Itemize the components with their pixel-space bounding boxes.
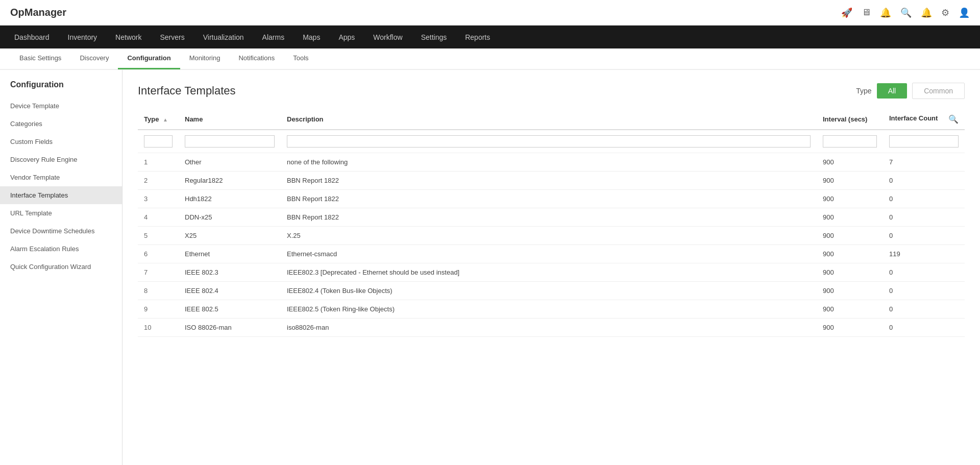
nav-apps[interactable]: Apps — [329, 26, 364, 48]
user-avatar-icon[interactable]: 👤 — [959, 7, 970, 18]
sidebar: Configuration Device Template Categories… — [0, 70, 122, 465]
top-icons: 🚀 🖥 🔔 🔍 🔔 ⚙ 👤 — [841, 7, 970, 18]
sidebar-title: Configuration — [0, 70, 122, 97]
sidebar-item-discovery-rule-engine[interactable]: Discovery Rule Engine — [0, 151, 122, 168]
cell-count: 0 — [883, 190, 965, 208]
filter-count-input[interactable] — [889, 135, 959, 148]
cell-name: Hdh1822 — [179, 190, 281, 208]
table-row[interactable]: 3 Hdh1822 BBN Report 1822 900 0 — [138, 190, 965, 208]
filter-count-cell — [883, 130, 965, 153]
cell-name: IEEE 802.5 — [179, 300, 281, 319]
table-row[interactable]: 7 IEEE 802.3 IEEE802.3 [Deprecated - Eth… — [138, 263, 965, 282]
subnav-discovery[interactable]: Discovery — [70, 48, 118, 69]
table-row[interactable]: 5 X25 X.25 900 0 — [138, 227, 965, 245]
cell-type: 2 — [138, 172, 179, 190]
cell-count: 0 — [883, 263, 965, 282]
cell-description: X.25 — [281, 227, 817, 245]
nav-virtualization[interactable]: Virtualization — [194, 26, 253, 48]
sidebar-item-device-downtime-schedules[interactable]: Device Downtime Schedules — [0, 222, 122, 240]
filter-interval-input[interactable] — [823, 135, 877, 148]
cell-count: 0 — [883, 227, 965, 245]
filter-name-input[interactable] — [185, 135, 275, 148]
btn-all[interactable]: All — [877, 83, 908, 99]
subnav-basic-settings[interactable]: Basic Settings — [10, 48, 70, 69]
col-header-interval[interactable]: Interval (secs) — [817, 109, 883, 130]
nav-reports[interactable]: Reports — [456, 26, 499, 48]
subnav-monitoring[interactable]: Monitoring — [180, 48, 230, 69]
notification-icon[interactable]: 🔔 — [921, 7, 932, 18]
sidebar-item-vendor-template[interactable]: Vendor Template — [0, 168, 122, 186]
table-row[interactable]: 2 Regular1822 BBN Report 1822 900 0 — [138, 172, 965, 190]
filter-description-input[interactable] — [287, 135, 811, 148]
table-row[interactable]: 1 Other none of the following 900 7 — [138, 153, 965, 172]
col-header-name[interactable]: Name — [179, 109, 281, 130]
subnav-tools[interactable]: Tools — [284, 48, 317, 69]
table-row[interactable]: 6 Ethernet Ethernet-csmacd 900 119 — [138, 245, 965, 263]
cell-interval: 900 — [817, 319, 883, 337]
table-row[interactable]: 10 ISO 88026-man iso88026-man 900 0 — [138, 319, 965, 337]
filter-type-input[interactable] — [144, 135, 173, 148]
filter-interval-cell — [817, 130, 883, 153]
table-row[interactable]: 4 DDN-x25 BBN Report 1822 900 0 — [138, 208, 965, 227]
nav-workflow[interactable]: Workflow — [364, 26, 411, 48]
sidebar-item-interface-templates[interactable]: Interface Templates — [0, 186, 122, 204]
col-header-type[interactable]: Type ▲ — [138, 109, 179, 130]
search-icon[interactable]: 🔍 — [900, 7, 912, 18]
top-bar: OpManager 🚀 🖥 🔔 🔍 🔔 ⚙ 👤 — [0, 0, 980, 26]
cell-interval: 900 — [817, 245, 883, 263]
cell-count: 0 — [883, 300, 965, 319]
cell-interval: 900 — [817, 190, 883, 208]
sidebar-item-categories[interactable]: Categories — [0, 115, 122, 133]
app-logo: OpManager — [10, 7, 66, 18]
subnav-notifications[interactable]: Notifications — [229, 48, 284, 69]
nav-dashboard[interactable]: Dashboard — [5, 26, 59, 48]
cell-interval: 900 — [817, 172, 883, 190]
col-header-interface-count[interactable]: Interface Count 🔍 — [883, 109, 965, 130]
nav-alarms[interactable]: Alarms — [253, 26, 294, 48]
cell-description: Ethernet-csmacd — [281, 245, 817, 263]
page-title: Interface Templates — [138, 84, 236, 97]
cell-interval: 900 — [817, 208, 883, 227]
cell-description: BBN Report 1822 — [281, 208, 817, 227]
monitor-icon[interactable]: 🖥 — [862, 7, 871, 18]
cell-type: 8 — [138, 282, 179, 300]
nav-inventory[interactable]: Inventory — [59, 26, 107, 48]
table-search-icon[interactable]: 🔍 — [948, 114, 959, 124]
type-label: Type — [856, 87, 871, 95]
cell-description: iso88026-man — [281, 319, 817, 337]
cell-type: 4 — [138, 208, 179, 227]
cell-interval: 900 — [817, 263, 883, 282]
sidebar-item-custom-fields[interactable]: Custom Fields — [0, 133, 122, 151]
table-body: 1 Other none of the following 900 7 2 Re… — [138, 153, 965, 337]
nav-maps[interactable]: Maps — [293, 26, 329, 48]
main-content: Interface Templates Type All Common Type… — [122, 70, 980, 465]
cell-count: 0 — [883, 282, 965, 300]
cell-count: 0 — [883, 319, 965, 337]
filter-type-cell — [138, 130, 179, 153]
table-row[interactable]: 8 IEEE 802.4 IEEE802.4 (Token Bus-like O… — [138, 282, 965, 300]
sidebar-item-url-template[interactable]: URL Template — [0, 204, 122, 222]
bell-alert-icon[interactable]: 🔔 — [880, 7, 891, 18]
cell-name: IEEE 802.3 — [179, 263, 281, 282]
table-row[interactable]: 9 IEEE 802.5 IEEE802.5 (Token Ring-like … — [138, 300, 965, 319]
btn-common[interactable]: Common — [912, 83, 965, 99]
cell-count: 119 — [883, 245, 965, 263]
main-nav: Dashboard Inventory Network Servers Virt… — [0, 26, 980, 48]
sidebar-item-quick-configuration-wizard[interactable]: Quick Configuration Wizard — [0, 258, 122, 276]
nav-servers[interactable]: Servers — [151, 26, 193, 48]
subnav-configuration[interactable]: Configuration — [118, 48, 180, 69]
cell-interval: 900 — [817, 300, 883, 319]
sidebar-item-alarm-escalation-rules[interactable]: Alarm Escalation Rules — [0, 240, 122, 258]
sidebar-item-device-template[interactable]: Device Template — [0, 97, 122, 115]
nav-settings[interactable]: Settings — [412, 26, 456, 48]
nav-network[interactable]: Network — [106, 26, 151, 48]
cell-name: ISO 88026-man — [179, 319, 281, 337]
cell-description: IEEE802.4 (Token Bus-like Objects) — [281, 282, 817, 300]
page-header: Interface Templates Type All Common — [138, 83, 965, 99]
col-header-description[interactable]: Description — [281, 109, 817, 130]
table-filter-row — [138, 130, 965, 153]
filter-description-cell — [281, 130, 817, 153]
rocket-icon[interactable]: 🚀 — [841, 7, 852, 18]
settings-gear-icon[interactable]: ⚙ — [941, 7, 949, 18]
cell-count: 0 — [883, 172, 965, 190]
